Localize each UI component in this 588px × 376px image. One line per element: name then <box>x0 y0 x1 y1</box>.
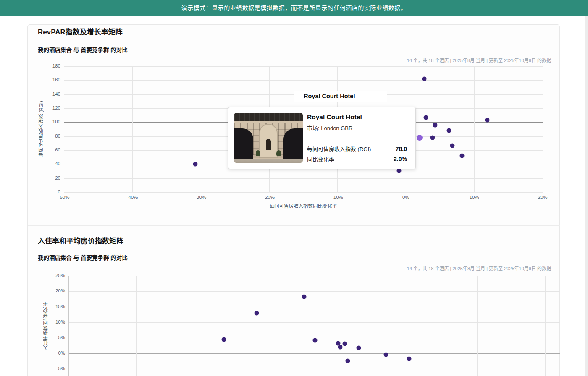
y-axis-title: 入住率指数同比变化率 <box>42 276 49 376</box>
gridline <box>341 276 341 376</box>
occupancy-section-subtitle: 我的酒店集合 与 首要竞争群 的对比 <box>38 253 128 261</box>
gridline <box>474 66 475 192</box>
scrollbar[interactable] <box>585 16 588 376</box>
occupancy-section-meta: 14 个，共 18 个酒店 | 2025年8月 当月 | 更新至 2025年10… <box>407 265 551 272</box>
gridline <box>205 276 205 376</box>
data-point[interactable] <box>221 337 226 342</box>
data-point[interactable] <box>356 346 361 350</box>
data-point[interactable] <box>423 115 428 120</box>
rgi-label: 每间可售房收入指数 (RGI) <box>307 145 371 153</box>
y-axis-line <box>64 66 64 192</box>
y-axis-line <box>68 276 69 376</box>
data-point[interactable] <box>459 153 464 158</box>
data-point[interactable] <box>446 128 451 133</box>
x-tick-label: 20% <box>529 195 556 200</box>
gridline <box>136 276 137 376</box>
data-point[interactable] <box>450 144 455 148</box>
gridline <box>68 353 560 354</box>
x-tick-label: 10% <box>461 195 488 200</box>
gridline <box>68 369 560 369</box>
data-point[interactable] <box>433 123 438 128</box>
data-point[interactable] <box>313 338 318 342</box>
tooltip-row-yoy: 同比变化率 2.0% <box>307 154 407 164</box>
occupancy-section-title: 入住率和平均房价指数矩阵 <box>38 235 123 245</box>
gridline <box>68 276 560 276</box>
x-tick-label: -40% <box>119 195 146 200</box>
section-divider <box>28 225 560 226</box>
selected-point-label: Royal Court Hotel <box>294 91 387 102</box>
gridline <box>64 66 543 67</box>
gridline <box>64 178 543 179</box>
x-tick-label: -50% <box>50 195 77 200</box>
tooltip-hotel-name: Royal Court Hotel <box>307 113 362 121</box>
data-point[interactable] <box>430 136 435 140</box>
rgi-value: 78.0 <box>396 146 407 152</box>
demo-mode-banner: 演示模式：显示的业绩数据是模拟数据，而不是所显示的任何酒店的实际业绩数据。 <box>0 0 588 16</box>
x-axis-title: 每间可售房收入指数同比变化率 <box>219 202 387 209</box>
data-point[interactable] <box>485 118 490 123</box>
tooltip-metrics: 每间可售房收入指数 (RGI) 78.0 同比变化率 2.0% <box>307 144 407 164</box>
gridline <box>201 66 201 192</box>
data-point[interactable] <box>422 77 427 81</box>
tooltip-row-rgi: 每间可售房收入指数 (RGI) 78.0 <box>307 144 407 154</box>
data-point[interactable] <box>193 162 197 167</box>
yoy-label: 同比变化率 <box>307 155 334 163</box>
gridline <box>64 192 543 193</box>
gridline <box>409 276 410 376</box>
revpar-section-meta: 14 个，共 18 个酒店 | 2025年8月 当月 | 更新至 2025年10… <box>407 57 551 63</box>
revpar-section-subtitle: 我的酒店集合 与 首要竞争群 的对比 <box>38 45 128 54</box>
x-tick-label: -10% <box>324 195 351 200</box>
data-point[interactable] <box>343 342 347 346</box>
x-tick-label: 0% <box>392 195 419 200</box>
x-axis-line <box>64 192 543 192</box>
gridline <box>64 80 543 81</box>
tooltip-market: 市场: London GBR <box>307 124 352 132</box>
yoy-value: 2.0% <box>394 156 407 162</box>
hotel-tooltip: Royal Court Hotel 市场: London GBR 每间可售房收入… <box>228 107 416 169</box>
occupancy-adr-scatter-chart[interactable]: 25%20%15%10%5%0%-5%入住率指数同比变化率 <box>68 276 560 376</box>
x-tick-label: -20% <box>256 195 283 200</box>
data-point-selected[interactable] <box>417 135 423 141</box>
data-point[interactable] <box>407 356 411 361</box>
gridline <box>273 276 273 376</box>
data-point[interactable] <box>254 311 259 315</box>
gridline <box>477 276 478 376</box>
gridline <box>68 322 560 323</box>
data-point[interactable] <box>383 352 388 357</box>
data-point[interactable] <box>338 345 343 350</box>
revpar-section-title: RevPAR指数及增长率矩阵 <box>38 26 123 37</box>
hotel-photo <box>234 113 303 163</box>
gridline <box>545 276 546 376</box>
gridline <box>543 66 543 192</box>
data-point[interactable] <box>397 169 402 173</box>
x-tick-label: -30% <box>187 195 214 200</box>
gridline <box>68 291 560 292</box>
demo-mode-text: 演示模式：显示的业绩数据是模拟数据，而不是所显示的任何酒店的实际业绩数据。 <box>181 5 407 11</box>
data-point[interactable] <box>302 294 307 299</box>
dashboard-page: 演示模式：显示的业绩数据是模拟数据，而不是所显示的任何酒店的实际业绩数据。 Re… <box>0 0 588 376</box>
gridline <box>68 307 560 307</box>
y-axis-title: 每间可售房收入指数 (RGI) <box>38 66 45 192</box>
data-point[interactable] <box>345 359 350 363</box>
gridline <box>132 66 133 192</box>
awning <box>234 113 303 121</box>
